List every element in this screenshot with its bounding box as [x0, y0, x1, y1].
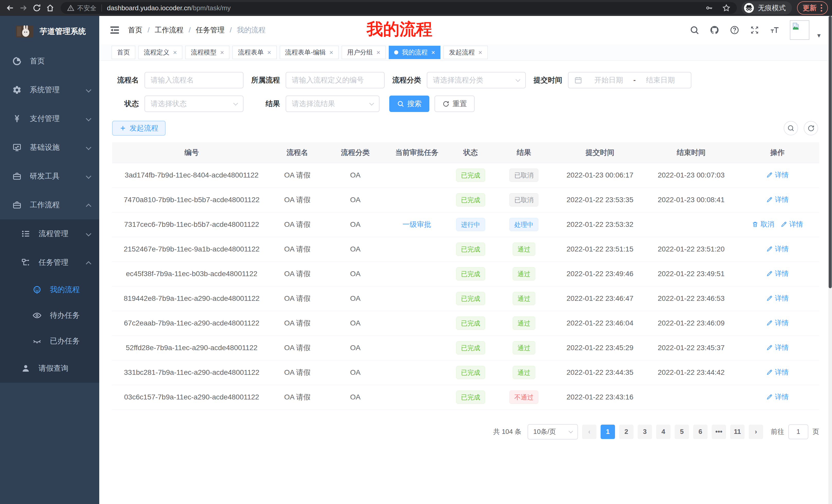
- update-button[interactable]: 更新: [797, 1, 828, 15]
- status-select[interactable]: 请选择状态: [145, 95, 243, 112]
- detail-action[interactable]: 详情: [766, 170, 789, 179]
- search-icon[interactable]: [690, 25, 699, 35]
- cell-result: 不通过: [495, 385, 553, 410]
- forward-icon[interactable]: [18, 2, 29, 14]
- total-count: 共 104 条: [493, 427, 521, 436]
- browser-menu-icon[interactable]: [821, 4, 822, 11]
- page-size-select[interactable]: 10条/页: [527, 424, 578, 440]
- detail-action[interactable]: 详情: [766, 392, 789, 401]
- breadcrumb-item-3[interactable]: 任务管理: [196, 25, 225, 35]
- sidebar-item-12[interactable]: 请假查询: [0, 354, 99, 383]
- detail-action[interactable]: 详情: [766, 244, 789, 254]
- close-icon[interactable]: ×: [478, 49, 482, 56]
- address-bar[interactable]: 不安全 dashboard.yudao.iocoder.cn/bpm/task/…: [61, 2, 737, 14]
- date-range-picker[interactable]: 开始日期 - 结束日期: [568, 72, 691, 88]
- detail-action[interactable]: 详情: [766, 343, 789, 352]
- cell-category: OA: [323, 212, 387, 237]
- page-button-5[interactable]: 5: [675, 425, 689, 439]
- next-page-button[interactable]: ›: [749, 425, 763, 439]
- more-pages-button[interactable]: •••: [712, 425, 726, 439]
- sidebar-logo[interactable]: 芋道管理系统: [0, 16, 99, 47]
- tab-label: 流程定义: [144, 48, 170, 57]
- prev-page-button[interactable]: ‹: [582, 425, 597, 439]
- cell-status: 已完成: [447, 335, 495, 360]
- close-icon[interactable]: ×: [267, 49, 271, 56]
- font-size-icon[interactable]: [770, 25, 780, 35]
- refresh-table-button[interactable]: [804, 121, 818, 135]
- sidebar-item-8[interactable]: 任务管理: [0, 248, 99, 277]
- window-scrollbar[interactable]: [828, 16, 832, 504]
- close-icon[interactable]: ×: [220, 49, 224, 56]
- reload-icon[interactable]: [31, 2, 43, 14]
- close-icon[interactable]: ×: [329, 49, 333, 56]
- search-icon: [397, 100, 404, 107]
- page-button-2[interactable]: 2: [619, 425, 633, 439]
- bookmark-star-icon[interactable]: [722, 4, 731, 12]
- tab-流程表单[interactable]: 流程表单×: [232, 46, 277, 59]
- sidebar-item-7[interactable]: 流程管理: [0, 219, 99, 248]
- chevron-down-icon: [87, 115, 90, 123]
- cell-name: OA 请假: [271, 311, 324, 335]
- cell-result: 已取消: [495, 163, 553, 188]
- detail-action[interactable]: 详情: [766, 293, 789, 303]
- page-button-11[interactable]: 11: [730, 425, 745, 439]
- tab-用户分组[interactable]: 用户分组×: [342, 46, 386, 59]
- tab-流程表单-编辑[interactable]: 流程表单-编辑×: [280, 46, 339, 59]
- detail-action[interactable]: 详情: [766, 318, 789, 328]
- sidebar-item-1[interactable]: 首页: [0, 47, 99, 76]
- page-button-6[interactable]: 6: [693, 425, 707, 439]
- avatar-caret-icon[interactable]: ▼: [816, 32, 822, 39]
- user-avatar[interactable]: [790, 20, 809, 40]
- detail-action[interactable]: 详情: [766, 368, 789, 377]
- reset-button[interactable]: 重置: [435, 95, 475, 112]
- action-label: 详情: [775, 195, 789, 204]
- tab-首页[interactable]: 首页: [111, 46, 135, 59]
- create-process-button[interactable]: 发起流程: [112, 121, 165, 136]
- sidebar-item-6[interactable]: 工作流程: [0, 191, 99, 219]
- cell-id: 52ffd28e-7b9a-11ec-a290-acde48001122: [112, 335, 271, 360]
- breadcrumb-item-2[interactable]: 工作流程: [155, 25, 184, 35]
- tab-我的流程[interactable]: 我的流程×: [389, 46, 440, 59]
- cell-name: OA 请假: [271, 286, 324, 311]
- close-icon[interactable]: ×: [376, 49, 380, 56]
- category-select[interactable]: 请选择流程分类: [427, 72, 526, 88]
- sidebar-item-2[interactable]: 系统管理: [0, 76, 99, 104]
- column-header-状态: 状态: [447, 142, 495, 163]
- page-button-4[interactable]: 4: [656, 425, 671, 439]
- detail-action[interactable]: 详情: [766, 195, 789, 204]
- close-icon[interactable]: ×: [173, 49, 177, 56]
- help-icon[interactable]: [730, 25, 739, 35]
- show-search-button[interactable]: [784, 121, 798, 135]
- parent-process-input[interactable]: [286, 72, 385, 88]
- back-icon[interactable]: [4, 2, 16, 14]
- sidebar-item-11[interactable]: 已办任务: [0, 328, 99, 354]
- github-icon[interactable]: [710, 25, 719, 35]
- breadcrumb-item-1[interactable]: 首页: [128, 25, 142, 35]
- page-button-1[interactable]: 1: [601, 425, 615, 439]
- detail-action[interactable]: 详情: [766, 269, 789, 278]
- detail-action[interactable]: 详情: [781, 220, 803, 229]
- result-select[interactable]: 请选择流结果: [286, 95, 380, 112]
- goto-page-input[interactable]: [788, 424, 808, 439]
- not-secure-icon[interactable]: [67, 4, 75, 12]
- collapse-sidebar-icon[interactable]: [109, 24, 120, 36]
- sidebar-item-9[interactable]: 我的流程: [0, 277, 99, 303]
- tab-发起流程[interactable]: 发起流程×: [443, 46, 488, 59]
- home-icon[interactable]: [44, 2, 56, 14]
- close-icon[interactable]: ×: [431, 49, 435, 56]
- tab-流程定义[interactable]: 流程定义×: [138, 46, 182, 59]
- sidebar-item-5[interactable]: 研发工具: [0, 162, 99, 191]
- sidebar-item-10[interactable]: 待办任务: [0, 303, 99, 328]
- fullscreen-icon[interactable]: [750, 25, 759, 35]
- current-task-link[interactable]: 一级审批: [402, 220, 431, 228]
- sidebar-item-3[interactable]: 支付管理: [0, 104, 99, 133]
- process-name-input[interactable]: [145, 72, 243, 88]
- sidebar-item-4[interactable]: 基础设施: [0, 133, 99, 162]
- cancel-action[interactable]: 取消: [752, 220, 774, 229]
- sidebar-item-label: 任务管理: [38, 257, 87, 268]
- scrollbar-thumb[interactable]: [829, 16, 832, 288]
- search-button[interactable]: 搜索: [389, 95, 430, 112]
- tab-流程模型[interactable]: 流程模型×: [185, 46, 229, 59]
- password-key-icon[interactable]: [705, 4, 713, 12]
- page-button-3[interactable]: 3: [638, 425, 652, 439]
